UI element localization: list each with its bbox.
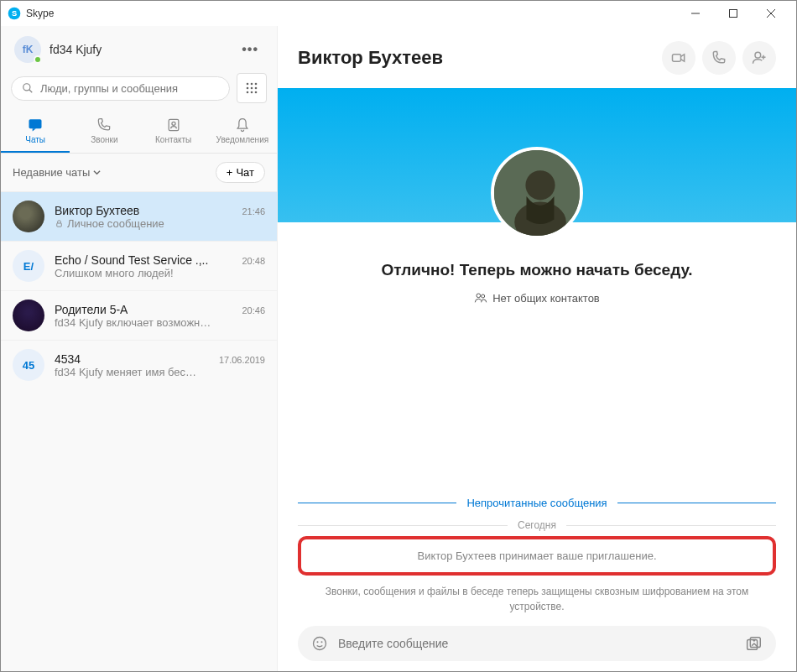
chevron-down-icon	[93, 169, 101, 176]
svg-point-10	[255, 83, 258, 86]
tab-notifications[interactable]: Уведомления	[208, 112, 277, 153]
svg-point-14	[247, 91, 249, 94]
maximize-button[interactable]	[714, 1, 752, 26]
minimize-button[interactable]	[676, 1, 714, 26]
svg-point-12	[251, 87, 253, 90]
chat-item-viktor[interactable]: Виктор Бухтеев21:46 Личное сообщение	[1, 192, 277, 241]
tab-chats[interactable]: Чаты	[1, 112, 70, 153]
svg-point-13	[255, 87, 258, 90]
svg-point-31	[317, 641, 319, 643]
profile-name: fd34 Kjufy	[49, 43, 228, 56]
recents-dropdown[interactable]: Недавние чаты	[13, 166, 101, 179]
skype-icon: S	[8, 7, 21, 20]
svg-point-11	[247, 87, 249, 90]
close-button[interactable]	[752, 1, 789, 26]
tabs: Чаты Звонки Контакты Уведомления	[1, 112, 277, 154]
unread-divider: Непрочитанные сообщения	[298, 497, 776, 509]
invitation-accepted-message: Виктор Бухтеев принимает ваше приглашени…	[298, 536, 776, 576]
bell-icon	[234, 117, 251, 133]
app-title: Skype	[26, 8, 676, 19]
chat-list: Виктор Бухтеев21:46 Личное сообщение E/ …	[1, 192, 277, 672]
recents-row: Недавние чаты + Чат	[1, 154, 277, 192]
new-chat-button[interactable]: + Чат	[216, 162, 265, 183]
avatar: fK	[14, 36, 41, 63]
search-icon	[22, 82, 34, 94]
conversation-body: Непрочитанные сообщения Сегодня Виктор Б…	[278, 305, 796, 672]
search-input[interactable]	[40, 82, 219, 95]
svg-rect-34	[750, 638, 760, 648]
svg-rect-3	[729, 10, 737, 18]
plus-icon: +	[227, 166, 233, 179]
message-composer[interactable]	[298, 626, 776, 661]
phone-icon	[711, 49, 727, 66]
svg-point-15	[251, 91, 253, 94]
contacts-icon	[165, 117, 182, 133]
sidebar: fK fd34 Kjufy ••• Чаты Звонки	[1, 26, 278, 672]
phone-icon	[96, 117, 112, 133]
tab-calls[interactable]: Звонки	[70, 112, 138, 153]
emoji-icon[interactable]	[311, 635, 328, 652]
svg-point-6	[23, 84, 30, 91]
avatar-initials: fK	[23, 44, 34, 55]
video-call-button[interactable]	[662, 41, 695, 75]
intro-subtitle: Нет общих контактов	[298, 291, 776, 305]
svg-rect-20	[57, 223, 62, 227]
encryption-note: Звонки, сообщения и файлы в беседе тепер…	[298, 584, 776, 614]
svg-point-30	[314, 638, 326, 650]
dialpad-button[interactable]	[237, 73, 267, 103]
lock-icon	[55, 219, 64, 228]
audio-call-button[interactable]	[702, 41, 736, 75]
titlebar: S Skype	[1, 1, 796, 26]
chat-avatar: E/	[13, 250, 44, 282]
dialpad-icon	[245, 81, 258, 95]
svg-point-19	[172, 122, 175, 125]
chat-item-4534[interactable]: 45 453417.06.2019 fd34 Kjufy меняет имя …	[1, 340, 277, 389]
svg-point-29	[482, 294, 485, 298]
svg-point-32	[321, 641, 323, 643]
chat-item-parents[interactable]: Родители 5-А20:46 fd34 Kjufy включает во…	[1, 290, 277, 340]
message-input[interactable]	[338, 637, 734, 650]
svg-point-35	[753, 639, 756, 642]
svg-rect-21	[673, 55, 681, 61]
add-person-icon	[751, 49, 768, 66]
svg-point-28	[477, 294, 481, 298]
chat-item-echo[interactable]: E/ Echo / Sound Test Service .,..20:48 С…	[1, 241, 277, 290]
svg-text:S: S	[12, 9, 17, 18]
svg-point-16	[255, 91, 258, 94]
intro-title: Отлично! Теперь можно начать беседу.	[298, 261, 776, 279]
chat-avatar: 45	[13, 349, 44, 381]
svg-point-8	[247, 83, 249, 86]
svg-point-9	[251, 83, 253, 86]
attachment-icon[interactable]	[744, 634, 763, 653]
search-input-wrapper[interactable]	[11, 76, 230, 101]
svg-rect-17	[29, 119, 42, 128]
conversation-title: Виктор Бухтеев	[298, 47, 655, 69]
add-people-button[interactable]	[742, 41, 776, 75]
conversation-panel: Виктор Бухтеев Отлично! Теперь можно нач…	[278, 26, 796, 672]
profile-banner	[278, 88, 796, 222]
more-icon[interactable]: •••	[237, 42, 263, 57]
status-dot	[34, 55, 42, 64]
chat-icon	[27, 117, 44, 133]
people-icon	[474, 291, 487, 305]
video-icon	[670, 49, 687, 66]
svg-point-26	[525, 170, 555, 200]
tab-contacts[interactable]: Контакты	[139, 112, 208, 153]
date-divider: Сегодня	[298, 519, 776, 531]
svg-line-7	[29, 90, 33, 93]
chat-avatar	[13, 201, 44, 232]
profile-avatar-large[interactable]	[491, 147, 583, 239]
conversation-header: Виктор Бухтеев	[278, 26, 796, 88]
intro-section: Отлично! Теперь можно начать беседу. Нет…	[278, 261, 796, 305]
profile-row[interactable]: fK fd34 Kjufy •••	[1, 26, 277, 73]
chat-avatar	[13, 300, 44, 331]
svg-point-22	[755, 52, 761, 58]
